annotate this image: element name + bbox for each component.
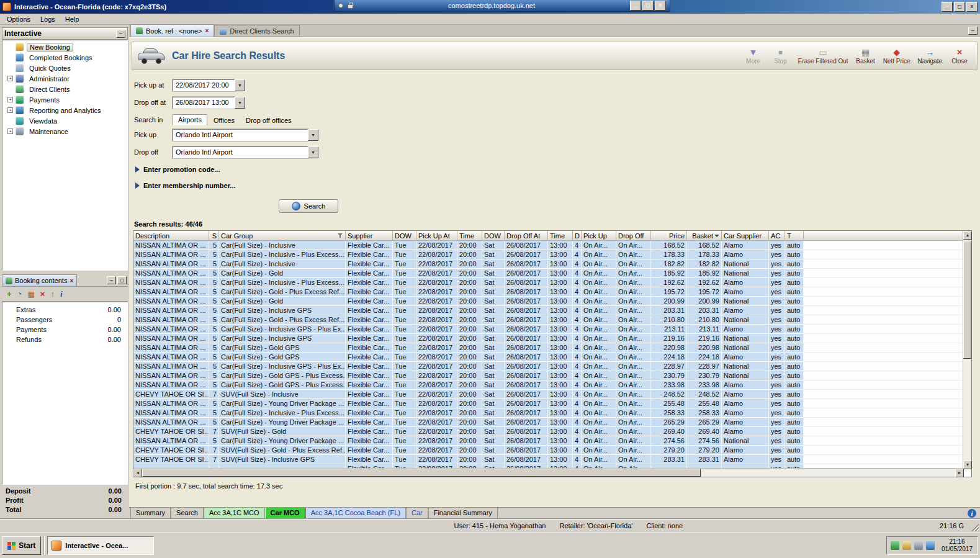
table-row[interactable]: NISSAN ALTIMA OR ...5Car(Full Size) - Yo… xyxy=(133,436,964,446)
close-button[interactable]: × Close xyxy=(947,47,972,66)
booking-contents-tab[interactable]: Booking contents × xyxy=(2,274,77,286)
search-in-tab[interactable]: Airports xyxy=(173,114,207,125)
table-row[interactable]: NISSAN ALTIMA OR ...5Car(Full Size) - Go… xyxy=(133,380,964,390)
booking-contents-row[interactable]: Passengers 0 xyxy=(2,315,127,325)
bottom-tab[interactable]: Acc 3A,1C Cocoa Beach (FL) xyxy=(305,508,406,519)
panel-restore-button[interactable]: □ xyxy=(117,276,127,284)
pickup-location-value[interactable]: Orlando Intl Airport xyxy=(173,129,308,141)
expand-icon[interactable]: + xyxy=(7,76,13,81)
pickup-at-value[interactable]: 22/08/2017 20:00 xyxy=(173,79,235,91)
booking-contents-row[interactable]: Extras 0.00 xyxy=(2,305,127,315)
filter-icon[interactable] xyxy=(338,233,343,238)
delete-item-button[interactable]: × xyxy=(40,290,45,298)
tray-icon[interactable] xyxy=(926,541,935,550)
rdp-minimize-button[interactable]: _ xyxy=(630,1,641,11)
menu-item[interactable]: Help xyxy=(61,15,84,24)
stop-button[interactable]: ■ Stop xyxy=(768,47,793,66)
table-row[interactable]: NISSAN ALTIMA OR ...5Car(Full Size) - Go… xyxy=(133,371,964,380)
scroll-left-icon[interactable]: ◄ xyxy=(133,469,142,477)
column-header-ac[interactable]: AC xyxy=(769,231,785,240)
column-header-d[interactable]: D xyxy=(573,231,582,240)
history-button[interactable]: ◔ xyxy=(17,290,22,298)
scroll-up-icon[interactable]: ▲ xyxy=(963,231,972,240)
vertical-scrollbar[interactable]: ▲ ▼ xyxy=(963,231,971,469)
membership-number-toggle[interactable]: Enter membership number... xyxy=(135,181,980,191)
table-row[interactable]: NISSAN ALTIMA OR ...5Car(Full Size) - Go… xyxy=(133,297,964,306)
chevron-down-icon[interactable]: ▼ xyxy=(308,146,318,158)
panel-pin-button[interactable]: ─ xyxy=(107,276,116,284)
table-row[interactable]: NISSAN ALTIMA OR ...5Car(Full Size) - In… xyxy=(133,325,964,334)
table-row[interactable]: NISSAN ALTIMA OR ...5Car(Full Size) - In… xyxy=(133,362,964,371)
taskbar-clock[interactable]: 21:16 01/05/2017 xyxy=(942,538,973,553)
window-maximize-button[interactable]: □ xyxy=(954,2,965,12)
sidebar-item[interactable]: + Maintenance xyxy=(2,126,127,137)
info-icon[interactable]: i xyxy=(968,509,976,518)
table-row[interactable]: NISSAN ALTIMA OR ...5Car(Full Size) - In… xyxy=(133,241,964,250)
search-button[interactable]: Search xyxy=(279,199,338,213)
table-row[interactable]: NISSAN ALTIMA OR ...5Car(Full Size) - In… xyxy=(133,259,964,269)
pickup-location-select[interactable]: Orlando Intl Airport ▼ xyxy=(173,129,318,141)
dropoff-location-value[interactable]: Orlando Intl Airport xyxy=(173,146,308,158)
column-header-basket[interactable]: Basket xyxy=(687,231,722,240)
table-row[interactable]: NISSAN ALTIMA OR ...5Car(Full Size) - Yo… xyxy=(133,418,964,427)
column-header-drop-off-at[interactable]: Drop Off At xyxy=(505,231,548,240)
tray-icon[interactable] xyxy=(891,541,899,550)
table-row[interactable]: NISSAN ALTIMA OR ...5Car(Full Size) - Go… xyxy=(133,269,964,278)
sidebar-collapse-button[interactable]: ─ xyxy=(116,30,125,38)
chevron-down-icon[interactable]: ▼ xyxy=(308,129,318,141)
column-header-car-group[interactable]: Car Group xyxy=(219,231,346,240)
window-close-button[interactable]: x xyxy=(966,2,978,12)
bottom-tab[interactable]: Acc 3A,1C MCO xyxy=(204,508,265,519)
vertical-scroll-thumb[interactable] xyxy=(963,241,971,359)
add-item-button[interactable]: + xyxy=(7,290,12,298)
taskbar-task-button[interactable]: Interactive - Ocea... xyxy=(47,536,154,555)
sidebar-item[interactable]: + Completed Bookings xyxy=(2,52,127,63)
table-row[interactable]: NISSAN ALTIMA OR ...5Car(Full Size) - Yo… xyxy=(133,399,964,408)
chevron-down-icon[interactable]: ▼ xyxy=(235,79,245,91)
search-in-tab[interactable]: Offices xyxy=(209,115,240,125)
table-row[interactable]: CHEVY TAHOE OR SI...7SUV(Full Size) - Go… xyxy=(133,427,964,436)
horizontal-scroll-thumb[interactable] xyxy=(142,469,701,477)
promote-button[interactable]: ↑ xyxy=(50,290,55,298)
column-header-dow[interactable]: DOW xyxy=(482,231,505,240)
table-row[interactable]: NISSAN ALTIMA OR ...5Car(Full Size) - In… xyxy=(133,250,964,259)
column-header-time[interactable]: Time xyxy=(457,231,482,240)
chevron-down-icon[interactable]: ▼ xyxy=(235,97,245,109)
sidebar-item[interactable]: + Direct Clients xyxy=(2,84,127,94)
navigate-button[interactable]: → Navigate xyxy=(915,47,945,66)
sidebar-item[interactable]: + Reporting and Analytics xyxy=(2,105,127,115)
rdp-restore-button[interactable]: □ xyxy=(642,1,654,11)
table-row[interactable]: NISSAN ALTIMA OR ...5Car(Full Size) - Go… xyxy=(133,343,964,353)
column-header-pick-up-at[interactable]: Pick Up At xyxy=(416,231,457,240)
column-header-drop-off[interactable]: Drop Off xyxy=(616,231,651,240)
dropoff-at-value[interactable]: 26/08/2017 13:00 xyxy=(173,97,235,109)
dropoff-at-field[interactable]: 26/08/2017 13:00 ▼ xyxy=(173,97,245,109)
table-row[interactable]: NISSAN ALTIMA OR ...5Car(Full Size) - In… xyxy=(133,278,964,287)
document-minimize-button[interactable]: ─ xyxy=(968,27,978,35)
expand-icon[interactable]: + xyxy=(7,97,13,102)
close-icon[interactable]: × xyxy=(205,27,209,34)
table-row[interactable]: NISSAN ALTIMA OR ...5Car(Full Size) - In… xyxy=(133,408,964,418)
resize-grip[interactable] xyxy=(971,524,979,531)
pickup-at-field[interactable]: 22/08/2017 20:00 ▼ xyxy=(173,79,245,91)
more-button[interactable]: ▼ More xyxy=(740,47,765,66)
search-in-tab[interactable]: Drop off offices xyxy=(241,115,297,125)
close-icon[interactable]: × xyxy=(70,277,73,284)
rdp-connection-bar[interactable]: comostreetrdp.topdog.uk.net _ □ x xyxy=(334,0,670,12)
info-button[interactable]: i xyxy=(60,290,66,298)
column-header-price[interactable]: Price xyxy=(651,231,687,240)
bottom-tab[interactable]: Financial Summary xyxy=(428,508,498,519)
booking-contents-row[interactable]: Refunds 0.00 xyxy=(2,335,127,344)
sidebar-item[interactable]: + Quick Quotes xyxy=(2,63,127,73)
column-header-car-supplier[interactable]: Car Supplier xyxy=(722,231,769,240)
sidebar-item[interactable]: + Viewdata xyxy=(2,115,127,126)
column-header-t[interactable]: T xyxy=(785,231,804,240)
expand-icon[interactable]: + xyxy=(7,128,13,134)
sort-icon[interactable] xyxy=(714,235,719,237)
menu-item[interactable]: Logs xyxy=(36,15,60,24)
table-row[interactable]: CHEVY TAHOE OR SI...7SUV(Full Size) - In… xyxy=(133,455,964,464)
column-header-dow[interactable]: DOW xyxy=(393,231,416,240)
rdp-close-button[interactable]: x xyxy=(655,1,666,11)
bottom-tab[interactable]: Car xyxy=(406,508,428,519)
window-minimize-button[interactable]: _ xyxy=(942,2,953,12)
